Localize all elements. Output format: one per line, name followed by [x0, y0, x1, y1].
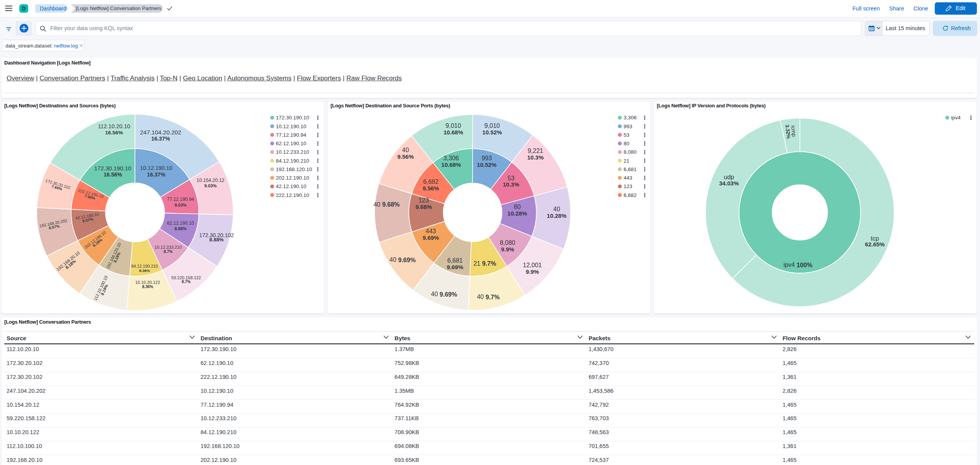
svg-text:1,361: 1,361: [782, 443, 796, 449]
svg-text:172.30.20.102: 172.30.20.102: [7, 374, 43, 380]
svg-text:752.98KB: 752.98KB: [395, 360, 419, 366]
svg-text:693.65KB: 693.65KB: [395, 457, 419, 463]
svg-text:1,430,670: 1,430,670: [588, 346, 614, 352]
svg-text:62.12.190.10: 62.12.190.10: [201, 360, 233, 366]
svg-text:1,465: 1,465: [782, 415, 796, 421]
svg-text:202.12.190.10: 202.12.190.10: [201, 457, 237, 463]
svg-text:Packets: Packets: [588, 335, 610, 341]
svg-text:742,792: 742,792: [588, 402, 608, 408]
svg-text:649.28KB: 649.28KB: [395, 374, 419, 380]
svg-text:708.90KB: 708.90KB: [395, 429, 419, 435]
svg-text:Source: Source: [7, 335, 26, 341]
svg-text:1,361: 1,361: [782, 374, 796, 380]
svg-text:1,465: 1,465: [782, 360, 796, 366]
svg-text:10.12.233.210: 10.12.233.210: [201, 415, 237, 421]
svg-text:247.104.20.202: 247.104.20.202: [7, 388, 46, 394]
svg-text:10.12.190.10: 10.12.190.10: [201, 388, 233, 394]
svg-text:59.220.158.122: 59.220.158.122: [7, 415, 46, 421]
svg-text:1,453,586: 1,453,586: [588, 388, 614, 394]
svg-text:10.10.20.122: 10.10.20.122: [7, 429, 39, 435]
svg-text:694.08KB: 694.08KB: [395, 443, 419, 449]
svg-text:Flow Records: Flow Records: [782, 335, 820, 341]
svg-text:701,655: 701,655: [588, 443, 608, 449]
svg-text:763,703: 763,703: [588, 415, 608, 421]
svg-text:Bytes: Bytes: [395, 335, 411, 341]
svg-text:764.92KB: 764.92KB: [395, 402, 419, 408]
svg-text:1,465: 1,465: [782, 429, 796, 435]
svg-text:172.30.20.102: 172.30.20.102: [7, 360, 43, 366]
svg-text:1,465: 1,465: [782, 402, 796, 408]
svg-text:192.168.120.10: 192.168.120.10: [201, 443, 240, 449]
svg-text:77.12.190.94: 77.12.190.94: [201, 402, 233, 408]
svg-text:737.11KB: 737.11KB: [395, 415, 419, 421]
svg-text:10.154.20.12: 10.154.20.12: [7, 402, 39, 408]
svg-text:742,370: 742,370: [588, 360, 608, 366]
svg-text:2,826: 2,826: [782, 346, 796, 352]
svg-text:697,627: 697,627: [588, 374, 608, 380]
svg-text:1.37MB: 1.37MB: [395, 346, 414, 352]
svg-text:Destination: Destination: [201, 335, 232, 341]
svg-text:172.30.190.10: 172.30.190.10: [201, 346, 237, 352]
svg-text:724,537: 724,537: [588, 457, 608, 463]
svg-text:84.12.190.210: 84.12.190.210: [201, 429, 237, 435]
svg-text:748,563: 748,563: [588, 429, 608, 435]
svg-text:1.35MB: 1.35MB: [395, 388, 414, 394]
svg-text:112.10.20.10: 112.10.20.10: [7, 346, 39, 352]
svg-text:222.12.190.10: 222.12.190.10: [201, 374, 237, 380]
svg-text:112.10.100.10: 112.10.100.10: [7, 443, 42, 449]
svg-text:1,465: 1,465: [782, 457, 796, 463]
svg-text:2,826: 2,826: [782, 388, 796, 394]
svg-text:192.168.20.10: 192.168.20.10: [7, 457, 43, 463]
